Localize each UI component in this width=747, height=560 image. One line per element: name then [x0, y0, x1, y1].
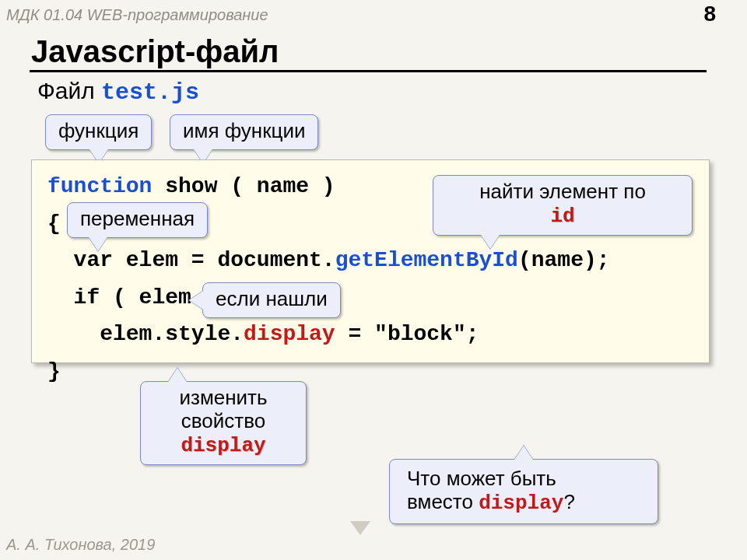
callout-text: вместо — [407, 490, 479, 513]
callout-function-keyword: функция — [45, 114, 152, 150]
callout-text: свойство — [181, 409, 265, 432]
footer-author: А. А. Тихонова, 2019 — [6, 536, 155, 554]
course-label: МДК 01.04 WEB-программирование — [6, 6, 268, 24]
callout-code: display — [479, 492, 563, 515]
code-method: getElementById — [335, 248, 518, 272]
slide: МДК 01.04 WEB-программирование 8 Javascr… — [0, 0, 747, 560]
subtitle-filename: test.js — [101, 79, 199, 106]
callout-text: найти элемент по — [479, 180, 646, 203]
code-txt: elem.style. — [47, 322, 244, 346]
callout-function-name: имя функции — [170, 114, 318, 150]
callout-text: имя функции — [183, 119, 305, 142]
callout-text: если нашли — [216, 287, 328, 310]
callout-text: переменная — [80, 207, 195, 230]
code-prop: display — [244, 322, 335, 346]
page-number: 8 — [703, 2, 716, 26]
code-txt: var elem = document. — [47, 248, 335, 272]
down-arrow-icon — [350, 521, 370, 535]
callout-text: изменить — [179, 386, 267, 409]
subtitle-prefix: Файл — [37, 78, 101, 103]
callout-code: display — [181, 434, 265, 457]
callout-code: id — [550, 205, 574, 228]
callout-variable: переменная — [67, 202, 208, 238]
callout-text: функция — [58, 119, 139, 142]
code-txt: show ( name ) — [152, 174, 335, 198]
callout-text: ? — [563, 490, 574, 513]
callout-change-display: изменить свойство display — [140, 381, 307, 465]
code-kw-function: function — [47, 174, 152, 198]
code-txt: { — [47, 212, 61, 236]
callout-question: Что может быть вместо display? — [389, 459, 658, 524]
page-title: Javascript-файл — [31, 34, 279, 69]
title-underline — [30, 70, 707, 72]
code-txt: } — [47, 359, 61, 383]
callout-find-by-id: найти элемент по id — [433, 175, 693, 236]
svg-marker-0 — [350, 521, 370, 535]
callout-text: Что может быть — [407, 467, 556, 490]
callout-if-found: если нашли — [202, 282, 341, 318]
code-txt: = "block"; — [335, 322, 479, 346]
code-txt: (name); — [518, 248, 610, 272]
subtitle: Файл test.js — [37, 78, 199, 106]
